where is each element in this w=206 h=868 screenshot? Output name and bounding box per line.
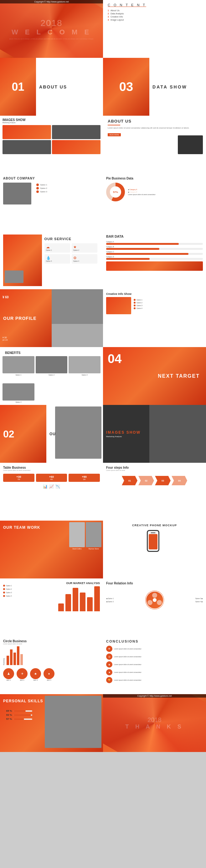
slide-service: OUR SERVICE ☁ Option 1 ★ Option 2 💧 Opti… <box>0 231 103 289</box>
content-title: C O N T E N T <box>108 3 201 7</box>
ben-label-2: Option 2 <box>36 374 68 376</box>
slide-aboutus-text: ABOUT US Lorem ipsum dolor sit amet cons… <box>103 116 206 174</box>
slide-content: C O N T E N T 1 About Us 2 Data Analysis… <box>103 0 206 58</box>
personal-image <box>45 696 101 748</box>
img-placeholder-3 <box>2 140 51 154</box>
slide-aboutcompany: ABOUT COMPANY Option 1 Option 2 Option 3 <box>0 174 103 231</box>
con-text-4: Lorem ipsum dolor sit amet consectetur <box>114 671 142 673</box>
service-icon-3: 💧 <box>46 256 68 260</box>
ci-opt-label-3: Option 3 <box>137 305 142 306</box>
content-label-3: Creative Info <box>111 16 123 18</box>
service-icon-4: ⚙ <box>73 256 96 260</box>
thanks-text: T H A N K S <box>125 723 184 730</box>
teamwork-name-1: David Collins <box>69 548 85 550</box>
imagesshow-sub: Marketing Analysis <box>2 122 100 124</box>
con-text-5: Lorem ipsum dolor sit amet consectetur <box>114 679 142 681</box>
service-icon-2: ★ <box>73 245 96 249</box>
bar-fill-3 <box>106 253 188 255</box>
slide-relation: Four Relation Info ◀ Option 1 ◀ Option 2… <box>103 579 206 636</box>
svg-point-3 <box>147 600 152 605</box>
pie-legend: ■ Category A ■ Category B Lorem ipsum do… <box>128 188 156 196</box>
personal-stats: 65 % 93 % 57 % <box>3 708 32 722</box>
bardata-marble-accent <box>106 261 203 271</box>
cb-circle-2: ✈ <box>17 668 28 679</box>
img-placeholder-4 <box>52 140 100 154</box>
service-layout: OUR SERVICE ☁ Option 1 ★ Option 2 💧 Opti… <box>3 235 100 286</box>
pct-track-2 <box>13 714 32 716</box>
bar-fill-1 <box>106 243 179 245</box>
market-opt-3: Option 3 <box>3 592 12 593</box>
phone-content <box>147 528 163 553</box>
foursteps-arrows: 01 02 03 04 <box>106 476 203 485</box>
teamwork-person-1: David Collins <box>69 522 85 550</box>
datashow-title: DATA SHOW <box>152 85 203 89</box>
tb-card-3: +90 190 <box>68 474 100 482</box>
company-option-3: Option 3 <box>36 190 47 193</box>
bar-item-4: Category D <box>106 256 203 260</box>
content-num-2: 2 <box>108 12 109 15</box>
creativeinfo-image <box>106 297 131 314</box>
slide-pie: Pie Business Data 57% ■ Category A ■ Cat… <box>103 174 206 231</box>
rel-opt-2: ◀ Option 2 <box>106 601 114 602</box>
pct-track-3 <box>13 718 32 720</box>
ci-opt-4: Option 4 <box>134 307 142 309</box>
ci-opt-label-1: Option 1 <box>137 299 142 301</box>
option-text-1: Option 1 <box>40 184 47 186</box>
cb-bar-5 <box>20 654 23 665</box>
con-text-3: Lorem ipsum dolor sit amet consectetur <box>114 663 142 665</box>
market-right: OUR MARKET ANALYSIS <box>58 582 100 611</box>
ben-col-3: Option 3 <box>68 356 100 382</box>
content-item-1: 1 About Us <box>108 9 201 11</box>
wokes-image <box>55 406 101 459</box>
service-label-1: Option 1 <box>46 249 68 251</box>
con-item-1: 👁 Lorem ipsum dolor sit amet consectetur <box>106 646 203 652</box>
creativeinfo-layout: Option 1 Option 2 Option 3 Option 4 <box>106 297 203 314</box>
tablebusiness-title: Table Business <box>3 466 100 469</box>
content-item-3: 3 Creative Info <box>108 16 201 18</box>
ben-img-3 <box>68 356 100 373</box>
ci-dot-3 <box>134 305 136 306</box>
teamwork-img-2 <box>86 522 101 547</box>
bar-track-1 <box>106 243 203 245</box>
teamwork-title: OUR TEAM WORK <box>3 525 40 530</box>
content-item-2: 2 Data Analysis <box>108 12 201 15</box>
tb-card-label-1: 730 <box>6 478 32 480</box>
relation-diagram <box>145 591 164 610</box>
teamwork-img-1 <box>69 522 85 547</box>
pie-note: Lorem ipsum dolor sit amet consectetur <box>128 193 156 195</box>
content-num-3: 3 <box>108 16 109 18</box>
pie-legend-1: ■ Category A <box>128 189 156 190</box>
tb-card-val-3: +90 <box>71 475 97 478</box>
tb-card-1: +30 730 <box>3 474 34 482</box>
ben-col-2: Option 2 <box>36 356 68 382</box>
bar-fill-2 <box>106 248 159 250</box>
aboutus-button[interactable]: READ MORE <box>108 133 121 136</box>
con-icon-1: 👁 <box>106 646 112 652</box>
aboutus-text-title: ABOUT US <box>108 119 201 124</box>
pie-legend-2: ■ Category B <box>128 191 156 193</box>
aboutcompany-options: Option 1 Option 2 Option 3 <box>36 183 47 205</box>
bar-label-4: Category D <box>106 256 203 258</box>
pie-center-label: 57% <box>110 186 121 197</box>
con-text-1: Lorem ipsum dolor sit amet consectetur <box>114 648 142 650</box>
market-opt-label-2: Option 2 <box>6 588 12 590</box>
cb-circle-4: ♦ <box>43 668 55 679</box>
cb-bar-3 <box>13 653 16 665</box>
market-title: OUR MARKET ANALYSIS <box>58 582 100 585</box>
conclusions-title: CONCLUSIONS <box>106 640 203 643</box>
slide-thanks: Copyright © http://www.pptstore.net 2018… <box>103 694 206 752</box>
slide-imgshow2: IMAGES SHOW Marketing Analysis <box>103 405 206 463</box>
rel-opt-4: Option 4 ▶ <box>195 601 203 602</box>
relation-circle <box>145 591 164 610</box>
slide-bardata: BAR DATA Category A Category B Category … <box>103 231 206 289</box>
personal-title: PERSONAL SKILLS <box>3 699 43 703</box>
slide-circlebiz: Circle Business Lorem ipsum dolor sit am… <box>0 636 103 694</box>
bar-item-2: Category B <box>106 246 203 250</box>
slide-welcome: Copyright © http://www.pptstore.net 2018… <box>0 0 103 58</box>
content-num-1: 1 <box>108 9 109 11</box>
ben-img-2 <box>36 356 68 373</box>
tb-icon-3: 📉 <box>55 484 60 489</box>
imagesshow-title: IMAGES SHOW <box>2 118 100 122</box>
content-label-2: Data Analysis <box>111 12 124 15</box>
profile-img-top <box>52 289 103 324</box>
